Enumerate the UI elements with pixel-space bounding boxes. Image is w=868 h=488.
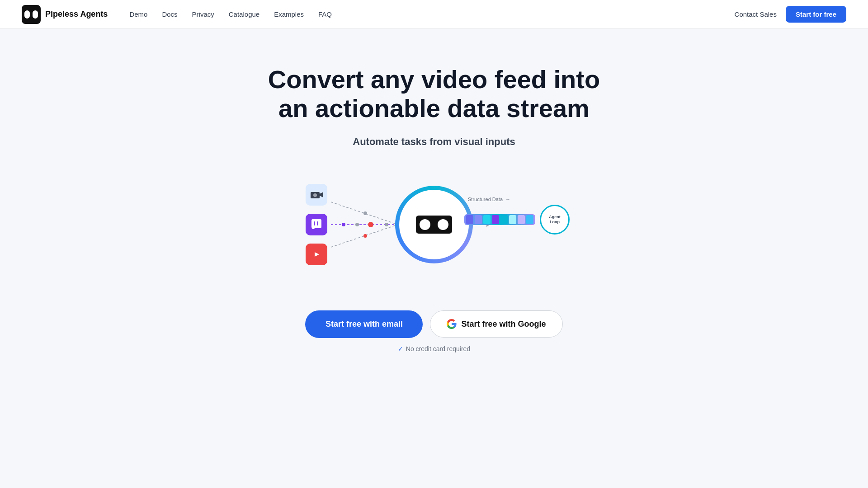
data-bar-seg-1 — [466, 215, 473, 224]
contact-sales-button[interactable]: Contact Sales — [735, 10, 777, 18]
agent-label-line2: Loop — [550, 220, 560, 225]
svg-rect-17 — [311, 219, 321, 228]
right-section: Structured Data → Agent — [464, 197, 570, 235]
hero-section: Convert any video feed into an actionabl… — [0, 29, 868, 380]
nav-faq[interactable]: FAQ — [318, 10, 332, 18]
data-bar-seg-3 — [483, 215, 491, 224]
data-bar-seg-8 — [526, 215, 533, 224]
svg-point-4 — [363, 211, 367, 215]
cta-buttons: Start free with email Start free with Go… — [305, 310, 562, 338]
data-bar-seg-5 — [500, 215, 508, 224]
center-logo-inner — [399, 190, 469, 259]
svg-point-7 — [355, 223, 359, 226]
logo-icon — [22, 5, 41, 24]
youtube-source-icon — [306, 244, 327, 265]
svg-point-11 — [363, 234, 367, 238]
diagram: Structured Data → Agent — [298, 166, 570, 283]
svg-rect-2 — [33, 10, 38, 19]
no-credit-row: ✓ No credit card required — [398, 345, 470, 352]
start-free-email-button[interactable]: Start free with email — [305, 310, 423, 338]
structured-data-label: Structured Data — [468, 197, 503, 202]
check-icon: ✓ — [398, 345, 403, 352]
no-credit-label: No credit card required — [406, 345, 470, 352]
data-bar-seg-4 — [492, 215, 499, 224]
svg-rect-24 — [420, 219, 430, 230]
nav-right: Contact Sales Start for free — [735, 6, 846, 23]
cta-section: Start free with email Start free with Go… — [305, 310, 562, 352]
svg-rect-25 — [438, 219, 448, 230]
center-logo-icon — [416, 216, 452, 234]
hero-subtitle: Automate tasks from visual inputs — [353, 136, 515, 148]
svg-rect-1 — [24, 10, 30, 19]
center-logo-wrapper — [395, 186, 473, 263]
nav-docs[interactable]: Docs — [162, 10, 177, 18]
data-bar-seg-2 — [475, 215, 482, 224]
nav-catalogue[interactable]: Catalogue — [229, 10, 259, 18]
nav-privacy[interactable]: Privacy — [192, 10, 214, 18]
nav-logo[interactable]: Pipeless Agents — [22, 5, 108, 24]
agent-loop-circle: Agent Loop — [540, 205, 570, 235]
start-free-google-button[interactable]: Start free with Google — [430, 310, 562, 338]
navbar: Pipeless Agents Demo Docs Privacy Catalo… — [0, 0, 868, 29]
nav-links: Demo Docs Privacy Catalogue Examples FAQ — [129, 10, 332, 19]
agent-label-line1: Agent — [549, 215, 561, 220]
svg-point-9 — [385, 223, 388, 226]
google-button-label: Start free with Google — [461, 319, 546, 329]
svg-point-8 — [368, 222, 373, 227]
svg-rect-19 — [317, 221, 318, 225]
start-for-free-button[interactable]: Start for free — [786, 6, 846, 23]
data-bar-seg-7 — [518, 215, 525, 224]
source-icons — [306, 184, 327, 265]
arrow-right-label: → — [505, 197, 510, 202]
svg-rect-18 — [314, 221, 315, 225]
data-bar — [464, 214, 535, 225]
svg-point-6 — [342, 223, 345, 226]
camera-source-icon — [306, 184, 327, 206]
data-bar-seg-6 — [509, 215, 516, 224]
twitch-source-icon — [306, 214, 327, 235]
svg-point-16 — [313, 193, 317, 197]
nav-examples[interactable]: Examples — [274, 10, 304, 18]
hero-title: Convert any video feed into an actionabl… — [258, 65, 610, 123]
nav-demo[interactable]: Demo — [129, 10, 147, 18]
svg-marker-15 — [320, 192, 323, 197]
brand-name: Pipeless Agents — [45, 9, 108, 19]
google-g-icon — [447, 319, 457, 329]
